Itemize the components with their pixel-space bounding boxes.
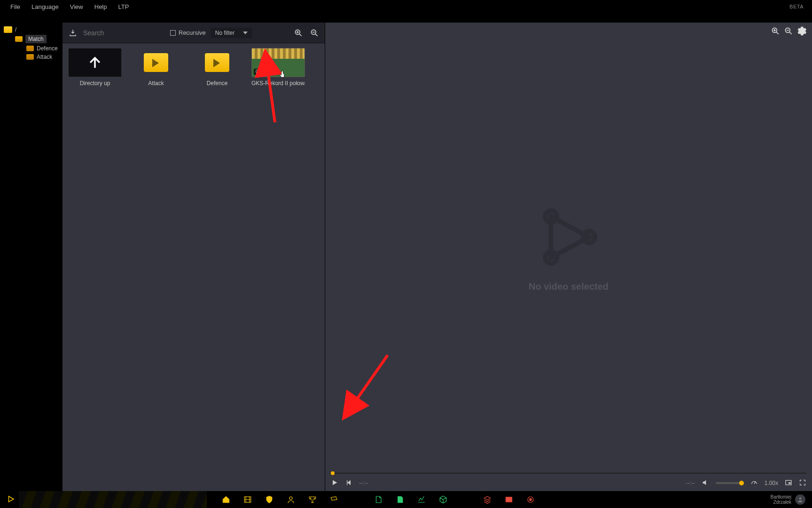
- nav-shield[interactable]: [265, 495, 273, 504]
- speed-gauge[interactable]: [750, 479, 758, 488]
- timeline-knob[interactable]: [331, 471, 335, 475]
- tree-root[interactable]: /: [0, 25, 62, 34]
- app-logo[interactable]: [7, 495, 15, 505]
- zoom-out-button[interactable]: [309, 27, 320, 39]
- volume-icon: [702, 479, 709, 486]
- nav-image[interactable]: [505, 495, 513, 504]
- tile-label: Attack: [148, 80, 164, 87]
- svg-point-10: [289, 497, 292, 500]
- zoom-in-icon: [294, 28, 303, 38]
- transport-bar: --:-- --:-- 1.00x: [325, 475, 812, 491]
- record-icon: [526, 495, 535, 504]
- search-input[interactable]: [83, 29, 165, 37]
- recursive-label: Recursive: [179, 29, 206, 36]
- recursive-toggle[interactable]: Recursive: [170, 29, 206, 36]
- folder-thumb: [129, 48, 183, 77]
- play-logo-icon: [7, 495, 15, 503]
- nav-record[interactable]: [526, 495, 535, 504]
- step-back-icon: [345, 479, 352, 486]
- tree-root-label: /: [15, 26, 16, 33]
- nav-trophy[interactable]: [308, 495, 317, 504]
- directory-up-thumb: [68, 48, 122, 77]
- zoom-in-button[interactable]: [293, 27, 304, 39]
- viewer-settings[interactable]: [797, 26, 806, 37]
- tree-node-label: Defence: [37, 45, 58, 52]
- filter-label: No filter: [215, 30, 234, 36]
- tree-node-label: Attack: [37, 54, 52, 60]
- timeline[interactable]: [331, 471, 806, 475]
- tile-label: Directory up: [80, 80, 110, 87]
- arrow-up-icon: [87, 55, 103, 71]
- svg-point-14: [799, 497, 802, 500]
- menu-file[interactable]: File: [5, 1, 26, 12]
- download-icon: [69, 29, 77, 37]
- tree-node-match[interactable]: Match: [0, 34, 62, 44]
- filter-dropdown[interactable]: No filter: [211, 28, 252, 38]
- tile-folder-attack[interactable]: Attack: [128, 48, 184, 87]
- folder-tree: / Match Defence Attack: [0, 23, 62, 491]
- tile-video-gks[interactable]: 0:45:12 GKS-Rekord II połowa: [250, 48, 306, 87]
- beta-badge: BETA: [789, 4, 807, 9]
- fullscreen-button[interactable]: [799, 479, 806, 488]
- nav-film[interactable]: [243, 495, 252, 504]
- volume-button[interactable]: [702, 479, 709, 488]
- user-name: BartłomiejZdrzałek: [771, 494, 791, 505]
- tree-node-attack[interactable]: Attack: [0, 53, 62, 61]
- tile-directory-up[interactable]: Directory up: [67, 48, 123, 87]
- folder-icon: [205, 53, 229, 72]
- tile-label: GKS-Rekord II połowa: [251, 80, 305, 87]
- viewer-zoom-in[interactable]: [771, 26, 780, 37]
- nav-person[interactable]: [287, 495, 295, 504]
- chart-icon: [417, 495, 426, 504]
- nav-note[interactable]: [374, 495, 383, 504]
- nav-home[interactable]: [222, 495, 230, 504]
- user-box[interactable]: BartłomiejZdrzałek: [771, 494, 805, 505]
- no-video-message: No video selected: [529, 281, 609, 292]
- nav-tag[interactable]: [330, 495, 338, 504]
- note-filled-icon: [396, 495, 404, 504]
- menu-ltp[interactable]: LTP: [113, 1, 135, 12]
- svg-rect-8: [789, 482, 791, 484]
- zoom-in-icon: [771, 26, 780, 36]
- nav-note-filled[interactable]: [396, 495, 404, 504]
- film-icon: [243, 495, 252, 504]
- nav-cube[interactable]: [439, 495, 447, 504]
- pip-button[interactable]: [785, 479, 792, 488]
- nav-layers[interactable]: [483, 495, 492, 504]
- time-display: --:--: [359, 480, 368, 486]
- viewer-zoom-out[interactable]: [784, 26, 793, 37]
- nav-chart[interactable]: [417, 495, 426, 504]
- video-duration: 0:45:12: [254, 69, 273, 75]
- file-grid: Directory up Attack Defence 0:45:12 G: [62, 43, 325, 491]
- video-thumb: 0:45:12: [251, 48, 305, 77]
- menu-help[interactable]: Help: [89, 1, 113, 12]
- tile-label: Defence: [207, 80, 228, 87]
- checkbox-icon: [170, 30, 176, 36]
- tree-node-defence[interactable]: Defence: [0, 44, 62, 53]
- tile-folder-defence[interactable]: Defence: [189, 48, 245, 87]
- folder-icon: [26, 46, 34, 51]
- trophy-icon: [308, 495, 317, 504]
- menu-view[interactable]: View: [64, 1, 89, 12]
- import-button[interactable]: [67, 27, 78, 39]
- folder-icon: [4, 26, 12, 33]
- menu-language[interactable]: Language: [26, 1, 64, 12]
- play-button[interactable]: [331, 479, 338, 488]
- chevron-down-icon: [243, 32, 248, 34]
- shield-icon: [265, 495, 273, 504]
- note-icon: [374, 495, 383, 504]
- app-logo-large: [533, 202, 604, 274]
- video-viewer: No video selected --:-- --:-- 1.00x: [325, 23, 812, 491]
- step-back-button[interactable]: [345, 479, 352, 488]
- svg-rect-11: [506, 497, 512, 502]
- tag-icon: [330, 495, 338, 504]
- zoom-out-icon: [784, 26, 793, 36]
- avatar: [795, 494, 805, 505]
- volume-slider[interactable]: [716, 482, 744, 484]
- person-icon: [797, 496, 804, 503]
- play-icon: [331, 479, 338, 486]
- fullscreen-icon: [799, 479, 806, 486]
- folder-icon: [144, 53, 168, 72]
- speed-display: 1.00x: [765, 480, 778, 486]
- file-browser: Recursive No filter Directory up: [62, 23, 325, 491]
